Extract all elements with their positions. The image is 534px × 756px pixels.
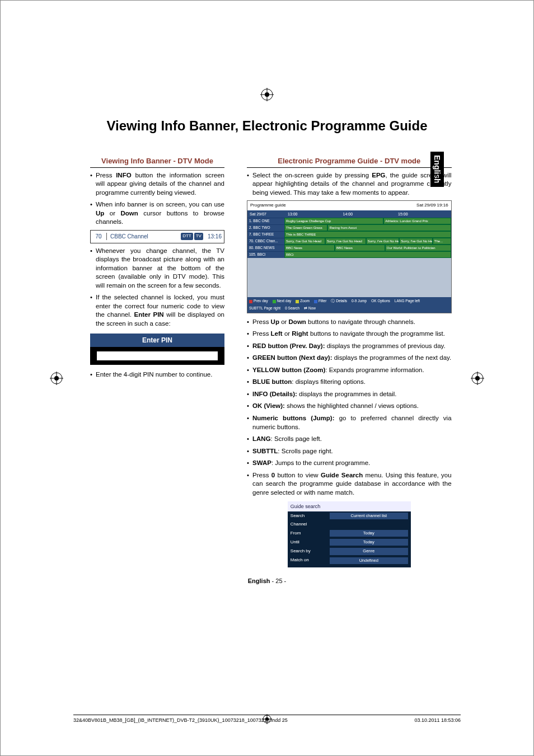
banner-icons: DTTTV [179, 233, 205, 240]
info-banner: 70 CBBC Channel DTTTV 13:16 [90, 230, 224, 243]
search-row: SearchCurrent channel list [288, 511, 411, 520]
pin-input[interactable] [97, 351, 218, 360]
search-row: UntilToday [288, 538, 411, 547]
left-para-1: Press INFO button the information screen… [90, 171, 224, 198]
epg-row: 105. BBCiBBCi [247, 251, 451, 258]
left-heading: Viewing Info Banner - DTV Mode [90, 156, 224, 168]
epg-screenshot: Programme guideSat 29/09 19:16 Sat 29/07… [247, 200, 452, 313]
right-heading: Electronic Programme Guide - DTV mode [247, 156, 452, 168]
right-column: Electronic Programme Guide - DTV mode Se… [247, 156, 452, 567]
left-para-4: If the selected channel is locked, you m… [90, 293, 224, 328]
epg-date: Sat 29/07 [247, 210, 285, 218]
epg-row: 2. BBC TWOThe Green Green GrassRacing fr… [247, 224, 451, 231]
search-row: Search byGenre [288, 547, 411, 556]
search-row: Channel [288, 520, 411, 529]
epg-row: 80. BBC NEWSBBC NewsBBC NewsOur World: P… [247, 245, 451, 251]
banner-channel-name: CBBC Channel [107, 233, 179, 241]
pin-title: Enter PIN [90, 334, 224, 347]
epg-row: 1. BBC ONERugby League Challenge CupAthl… [247, 218, 451, 224]
left-para-3: Whenever you change channel, the TV disp… [90, 247, 224, 290]
search-row: FromToday [288, 529, 411, 538]
right-para-1: Select the on-screen guide by pressing E… [247, 171, 452, 198]
registration-mark-top [260, 88, 274, 101]
left-column: Viewing Info Banner - DTV Mode Press INF… [90, 156, 224, 567]
epg-legend: Prev day Next day Zoom Filter ⓘ Details … [247, 297, 451, 313]
page-title: Viewing Info Banner, Electronic Programm… [90, 118, 444, 134]
epg-title: Programme guide [250, 203, 286, 209]
search-title: Guide search [288, 501, 411, 511]
registration-mark-bottom [262, 714, 272, 724]
registration-mark-left [50, 372, 63, 385]
epg-row: 7. BBC THREEThis is BBC THREE [247, 231, 451, 238]
guide-search-screenshot: Guide search SearchCurrent channel listC… [288, 501, 411, 567]
banner-time: 13:16 [205, 233, 224, 241]
banner-channel-number: 70 [91, 233, 107, 241]
search-row: Match onUndefined [288, 556, 411, 565]
page-footer: English - 25 - [90, 577, 444, 584]
pin-dialog: Enter PIN [90, 334, 224, 365]
left-para-2: When info banner is on screen, you can u… [90, 200, 224, 227]
epg-datetime: Sat 29/09 19:16 [416, 203, 448, 209]
left-para-5: Enter the 4-digit PIN number to continue… [90, 370, 224, 379]
epg-row: 70. CBBC Chan...Sorry, I've Got No HeadS… [247, 238, 451, 245]
registration-mark-right [471, 372, 484, 385]
